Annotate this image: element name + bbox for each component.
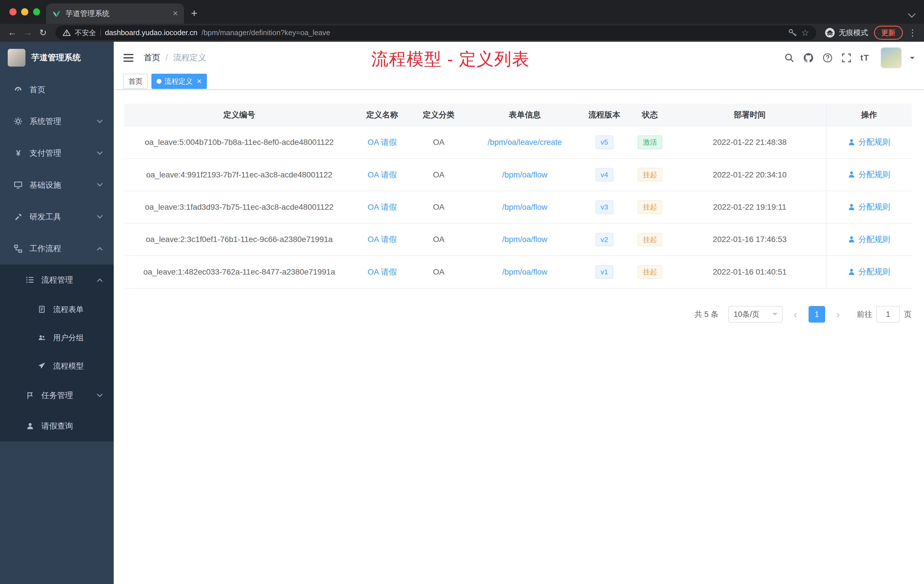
help-icon[interactable] (823, 53, 833, 63)
prev-page-button[interactable]: ‹ (788, 306, 804, 323)
goto-page-input[interactable] (876, 306, 900, 323)
github-icon[interactable] (803, 53, 814, 63)
user-icon (25, 422, 35, 430)
chevron-down-icon (97, 149, 102, 155)
sidebar-toggle-icon[interactable] (123, 53, 134, 62)
pagination: 共 5 条 10条/页 ‹ 1 › 前往 页 (124, 306, 912, 323)
sidebar-item-label: 流程表单 (53, 304, 84, 315)
sidebar-item-infrastructure[interactable]: 基础设施 (0, 169, 114, 201)
password-key-icon[interactable] (788, 28, 797, 38)
definition-table: 定义编号 定义名称 定义分类 表单信息 流程版本 状态 部署时间 操作 oa_l… (124, 104, 912, 289)
tag-close-icon[interactable]: × (197, 77, 202, 86)
page-content: 定义编号 定义名称 定义分类 表单信息 流程版本 状态 部署时间 操作 oa_l… (114, 90, 924, 584)
back-button[interactable]: ← (5, 27, 20, 38)
goto-unit: 页 (904, 309, 912, 319)
browser-tab-strip: 芋道管理系统 × + (0, 0, 924, 24)
sidebar-item-label: 研发工具 (30, 211, 61, 222)
sidebar-item-system[interactable]: 系统管理 (0, 106, 114, 137)
tab-close-icon[interactable]: × (173, 9, 178, 18)
definition-id: oa_leave:5:004b710b-7b8a-11ec-8ef0-acde4… (124, 126, 354, 158)
browser-toolbar: ← → ↻ 不安全 dashboard.yudao.iocoder.cn /bp… (0, 24, 924, 42)
sidebar-item-devtools[interactable]: 研发工具 (0, 201, 114, 233)
font-size-icon[interactable]: tT (860, 53, 869, 63)
page-size-value: 10条/页 (734, 309, 760, 319)
browser-tab[interactable]: 芋道管理系统 × (46, 3, 184, 23)
sidebar-item-process-model[interactable]: 流程模型 (0, 352, 114, 380)
browser-menu-icon[interactable]: ⋮ (908, 27, 917, 38)
definition-category: OA (410, 158, 467, 191)
not-secure-warning-icon (63, 29, 71, 36)
form-link[interactable]: /bpm/oa/flow (502, 170, 548, 179)
sidebar-item-home[interactable]: 首页 (0, 74, 114, 106)
sidebar-item-label: 系统管理 (30, 116, 61, 127)
breadcrumb-home[interactable]: 首页 (144, 52, 160, 63)
deploy-time: 2022-01-22 19:19:11 (673, 191, 826, 223)
address-bar[interactable]: 不安全 dashboard.yudao.iocoder.cn /bpm/mana… (55, 25, 816, 40)
deploy-time: 2022-01-16 01:40:51 (673, 256, 826, 288)
goto-label: 前往 (857, 309, 872, 319)
column-header: 操作 (826, 104, 912, 126)
breadcrumb: 首页 / 流程定义 (144, 52, 206, 63)
breadcrumb-separator: / (166, 53, 168, 63)
column-header: 表单信息 (467, 104, 582, 126)
form-link[interactable]: /bpm/oa/flow (502, 203, 548, 211)
column-header: 定义分类 (410, 104, 467, 126)
avatar-caret-down-icon[interactable] (910, 57, 914, 61)
chevron-down-icon (97, 117, 102, 123)
table-row: oa_leave:4:991f2193-7b7f-11ec-a3c8-acde4… (124, 158, 912, 191)
sidebar-item-process-form[interactable]: 流程表单 (0, 295, 114, 323)
sidebar-item-task-management[interactable]: 任务管理 (0, 380, 114, 411)
avatar[interactable] (881, 48, 901, 68)
form-link[interactable]: /bpm/oa/leave/create (488, 138, 562, 147)
definition-name-link[interactable]: OA 请假 (368, 267, 397, 276)
definition-name-link[interactable]: OA 请假 (368, 203, 397, 211)
next-page-button[interactable]: › (830, 306, 846, 323)
task-icon (25, 391, 35, 400)
reload-button[interactable]: ↻ (35, 27, 51, 38)
form-link[interactable]: /bpm/oa/flow (502, 235, 548, 244)
gear-icon (13, 117, 23, 126)
assign-rule-button[interactable]: 分配规则 (848, 201, 890, 212)
assign-rule-button[interactable]: 分配规则 (848, 137, 890, 147)
bookmark-star-icon[interactable]: ☆ (801, 27, 809, 38)
incognito-label: 无痕模式 (838, 28, 868, 38)
minimize-window-button[interactable] (21, 8, 28, 15)
status-badge: 挂起 (638, 168, 663, 181)
tag-home[interactable]: 首页 (123, 74, 148, 89)
search-icon[interactable] (784, 53, 794, 63)
tab-search-chevron-icon[interactable] (908, 10, 916, 17)
forward-button[interactable]: → (20, 27, 35, 38)
app-title: 芋道管理系统 (31, 52, 81, 63)
security-label[interactable]: 不安全 (75, 28, 96, 38)
incognito-icon (825, 27, 835, 38)
definition-name-link[interactable]: OA 请假 (368, 138, 397, 147)
browser-update-button[interactable]: 更新 (874, 26, 903, 40)
form-link[interactable]: /bpm/oa/flow (502, 267, 548, 276)
maximize-window-button[interactable] (33, 8, 40, 15)
assign-rule-button[interactable]: 分配规则 (848, 169, 890, 180)
page-annotation: 流程模型 - 定义列表 (371, 48, 530, 71)
chevron-down-icon (97, 213, 102, 219)
sidebar-item-label: 工作流程 (30, 243, 61, 254)
assign-rule-button[interactable]: 分配规则 (848, 234, 890, 245)
version-badge: v4 (596, 168, 614, 181)
sidebar-item-process-management[interactable]: 流程管理 (0, 265, 114, 295)
close-window-button[interactable] (10, 8, 16, 15)
sidebar-item-payment[interactable]: ¥ 支付管理 (0, 137, 114, 169)
app-logo: 芋道管理系统 (0, 42, 114, 73)
tag-process-definition[interactable]: 流程定义 × (152, 74, 207, 89)
definition-name-link[interactable]: OA 请假 (368, 170, 397, 179)
page-size-select[interactable]: 10条/页 (728, 306, 782, 323)
definition-id: oa_leave:1:482ec033-762a-11ec-8477-a2380… (124, 256, 354, 288)
sidebar-item-user-group[interactable]: 用户分组 (0, 323, 114, 352)
sidebar-item-workflow[interactable]: 工作流程 (0, 233, 114, 265)
active-tag-dot (157, 79, 162, 84)
page-number-button[interactable]: 1 (808, 306, 825, 323)
fullscreen-icon[interactable] (842, 53, 851, 63)
tag-label: 流程定义 (164, 77, 193, 86)
definition-name-link[interactable]: OA 请假 (368, 235, 397, 244)
group-icon (37, 334, 46, 341)
new-tab-button[interactable]: + (191, 7, 198, 20)
sidebar-item-leave-query[interactable]: 请假查询 (0, 411, 114, 441)
assign-rule-button[interactable]: 分配规则 (848, 266, 890, 277)
